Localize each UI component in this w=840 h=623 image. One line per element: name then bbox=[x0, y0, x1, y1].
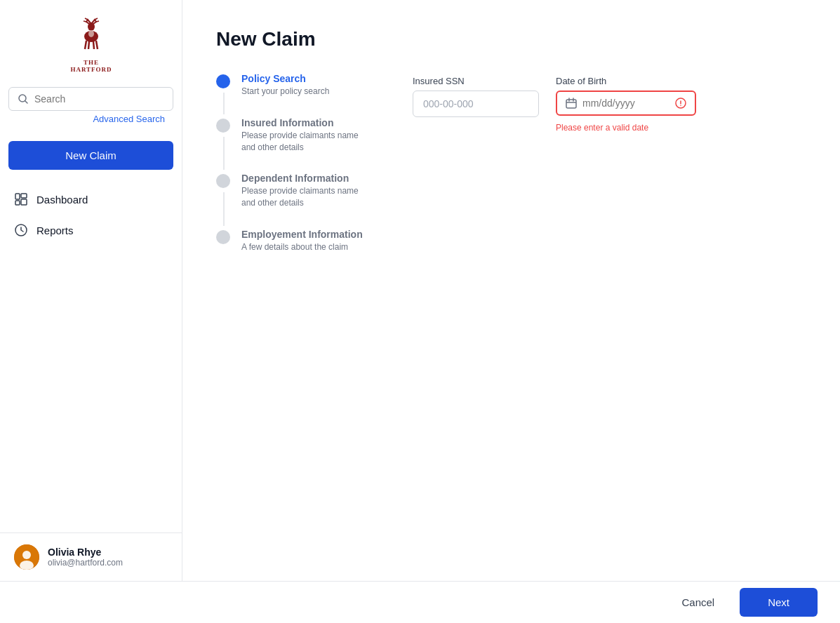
svg-line-2 bbox=[85, 41, 86, 49]
step-dot-employment-information bbox=[216, 230, 230, 244]
cancel-button[interactable]: Cancel bbox=[667, 589, 728, 615]
step-title-insured-information: Insured Information bbox=[241, 117, 371, 128]
step-text-dependent-information: Dependent Information Please provide cla… bbox=[241, 173, 371, 209]
svg-line-5 bbox=[96, 41, 98, 49]
hartford-logo: THE HARTFORD bbox=[60, 17, 123, 73]
logo-area: THE HARTFORD bbox=[0, 0, 182, 87]
step-employment-information: Employement Information A few details ab… bbox=[216, 229, 371, 253]
step-title-policy-search: Policy Search bbox=[241, 73, 329, 84]
step-subtitle-employment-information: A few details about the claim bbox=[241, 241, 363, 253]
svg-point-6 bbox=[88, 30, 94, 37]
step-text-insured-information: Insured Information Please provide claim… bbox=[241, 117, 371, 154]
main-content: New Claim Policy Search Start your polic… bbox=[182, 0, 840, 581]
step-subtitle-policy-search: Start your policy search bbox=[241, 86, 329, 98]
stepper: Policy Search Start your policy search I… bbox=[216, 73, 371, 273]
avatar-image bbox=[14, 544, 39, 570]
svg-text:THE: THE bbox=[83, 59, 98, 66]
step-title-dependent-information: Dependent Information bbox=[241, 173, 371, 184]
page-title: New Claim bbox=[216, 28, 806, 51]
svg-point-25 bbox=[680, 105, 681, 107]
form-layout: Policy Search Start your policy search I… bbox=[216, 73, 806, 273]
dashboard-label: Dashboard bbox=[36, 194, 88, 206]
date-error-text: Please enter a valid date bbox=[556, 123, 696, 133]
svg-line-10 bbox=[25, 101, 27, 103]
form-fields: Insured SSN Date of Birth bbox=[413, 73, 806, 273]
footer: Cancel Next bbox=[0, 581, 840, 623]
svg-rect-11 bbox=[15, 194, 20, 199]
dashboard-icon bbox=[14, 192, 28, 206]
reports-icon bbox=[14, 223, 28, 237]
svg-rect-13 bbox=[21, 194, 27, 198]
calendar-icon bbox=[566, 98, 577, 109]
svg-line-4 bbox=[93, 41, 94, 49]
main-body: New Claim Policy Search Start your polic… bbox=[182, 0, 840, 581]
step-text-employment-information: Employement Information A few details ab… bbox=[241, 229, 363, 253]
step-insured-information: Insured Information Please provide claim… bbox=[216, 117, 371, 154]
reports-label: Reports bbox=[36, 225, 74, 236]
step-subtitle-insured-information: Please provide claimants name and other … bbox=[241, 130, 371, 154]
search-area: Advanced Search bbox=[0, 87, 182, 135]
step-text-policy-search: Policy Search Start your policy search bbox=[241, 73, 329, 98]
svg-point-0 bbox=[88, 22, 95, 31]
svg-rect-12 bbox=[15, 201, 20, 205]
date-of-birth-label: Date of Birth bbox=[556, 76, 696, 86]
advanced-search-link[interactable]: Advanced Search bbox=[8, 111, 173, 130]
insured-ssn-field-group: Insured SSN bbox=[413, 76, 539, 117]
sidebar-item-reports[interactable]: Reports bbox=[0, 215, 182, 246]
step-dot-insured-information bbox=[216, 119, 230, 133]
date-of-birth-field-group: Date of Birth bbox=[556, 76, 696, 133]
avatar bbox=[14, 544, 39, 570]
step-policy-search: Policy Search Start your policy search bbox=[216, 73, 371, 98]
step-dot-policy-search bbox=[216, 74, 230, 88]
sidebar: THE HARTFORD Advanced Search New Claim bbox=[0, 0, 182, 581]
user-email: olivia@hartford.com bbox=[48, 558, 123, 568]
new-claim-button[interactable]: New Claim bbox=[8, 141, 173, 170]
step-dependent-information: Dependent Information Please provide cla… bbox=[216, 173, 371, 209]
next-button[interactable]: Next bbox=[740, 588, 818, 617]
svg-rect-19 bbox=[566, 100, 576, 108]
insured-ssn-input[interactable] bbox=[413, 91, 539, 117]
step-title-employment-information: Employement Information bbox=[241, 229, 363, 240]
search-box[interactable] bbox=[8, 87, 173, 111]
sidebar-footer: Olivia Rhye olivia@hartford.com bbox=[0, 532, 182, 581]
exclamation-icon bbox=[675, 98, 686, 109]
sidebar-item-dashboard[interactable]: Dashboard bbox=[0, 184, 182, 215]
user-info: Olivia Rhye olivia@hartford.com bbox=[48, 547, 123, 568]
user-name: Olivia Rhye bbox=[48, 547, 123, 558]
nav-items: Dashboard Reports bbox=[0, 181, 182, 532]
search-icon bbox=[18, 93, 29, 105]
search-input[interactable] bbox=[34, 93, 164, 105]
svg-line-3 bbox=[88, 41, 89, 49]
svg-rect-14 bbox=[21, 199, 27, 205]
step-dot-dependent-information bbox=[216, 174, 230, 188]
insured-ssn-label: Insured SSN bbox=[413, 76, 539, 86]
svg-text:HARTFORD: HARTFORD bbox=[70, 66, 112, 73]
date-of-birth-input-wrapper[interactable] bbox=[556, 91, 696, 116]
svg-point-17 bbox=[22, 551, 31, 559]
step-subtitle-dependent-information: Please provide claimants name and other … bbox=[241, 185, 371, 209]
date-of-birth-input[interactable] bbox=[582, 98, 669, 109]
